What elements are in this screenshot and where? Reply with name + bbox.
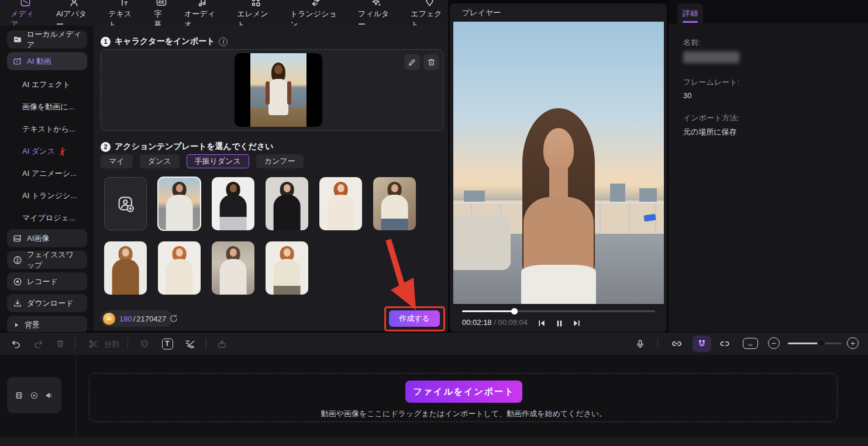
split-scissors-icon[interactable] <box>87 338 99 350</box>
delete-character-button[interactable] <box>423 54 439 70</box>
progress-fill <box>462 310 514 312</box>
timeline-zoom-slider[interactable] <box>788 343 842 344</box>
step1-header: 1 キャラクターをインポート i <box>101 36 228 47</box>
delete-button[interactable] <box>54 338 67 350</box>
category-tab-kungfu[interactable]: カンフー <box>256 154 304 168</box>
sidebar-item-record[interactable]: レコード <box>7 272 87 291</box>
zoom-in-button[interactable]: + <box>847 337 859 349</box>
tab-filter[interactable]: フィルター <box>358 0 395 30</box>
sidebar-item-ai-video[interactable]: AI 動画 <box>7 52 87 70</box>
previous-frame-button[interactable] <box>535 317 548 329</box>
playback-progress-bar[interactable] <box>462 310 655 312</box>
total-time: 00:09:04 <box>498 318 528 327</box>
template-thumbnail-8[interactable] <box>212 241 254 295</box>
zoom-slider-handle[interactable] <box>817 339 825 347</box>
link-clips-button[interactable] <box>670 338 683 350</box>
unlink-clips-button[interactable] <box>718 338 731 350</box>
sidebar-item-download[interactable]: ダウンロード <box>7 294 87 312</box>
pencil-icon <box>408 58 416 67</box>
app-window: メディア AIアバター テキスト 字幕 オーディオ エレメント トランジション <box>0 0 868 446</box>
next-frame-icon <box>572 319 581 328</box>
undo-button[interactable] <box>9 338 22 350</box>
sidebar-item-label: レコード <box>27 276 58 287</box>
sidebar-item-ai-effect[interactable]: AI エフェクト <box>7 74 94 96</box>
template-thumbnail-1[interactable] <box>158 177 201 230</box>
details-body: 名前: フレームレート: 30 インポート方法: 元の場所に保存 <box>669 23 868 332</box>
photo-face <box>274 65 283 74</box>
category-tab-dance[interactable]: ダンス <box>140 154 180 168</box>
active-tab-underline <box>683 21 698 23</box>
smart-cut-button[interactable] <box>184 338 197 350</box>
previous-frame-icon <box>537 319 546 328</box>
image-icon <box>13 234 22 243</box>
sidebar-item-my-projects[interactable]: マイプロジェ... <box>7 207 94 229</box>
ai-credits-counter[interactable]: AI 180/2170427 <box>101 310 173 327</box>
sidebar-item-ai-transition[interactable]: AI トランジシ... <box>7 185 94 207</box>
template-thumbnail-7[interactable] <box>158 241 201 295</box>
template-thumbnail-3[interactable] <box>266 177 308 230</box>
tab-details[interactable]: 詳細 <box>677 4 703 23</box>
import-file-button[interactable]: ファイルをインポート <box>405 381 522 403</box>
tab-element[interactable]: エレメント <box>237 0 274 30</box>
sidebar-item-ai-animation[interactable]: AI アニメーシ... <box>7 163 94 185</box>
export-clip-button[interactable] <box>215 338 228 350</box>
mute-speaker-icon[interactable] <box>45 391 54 400</box>
sidebar-item-background[interactable]: 背景 <box>7 316 87 334</box>
sidebar-item-label: ダウンロード <box>27 298 74 309</box>
tab-ai-avatar[interactable]: AIアバター <box>56 0 92 30</box>
sidebar-item-face-swap[interactable]: フェイススワップ <box>7 251 87 269</box>
sidebar-item-image-to-video[interactable]: 画像を動画に... <box>7 96 94 118</box>
template-thumbnail-9[interactable] <box>266 241 308 295</box>
edit-character-button[interactable] <box>404 54 420 70</box>
bottom-edge-strip <box>0 437 868 446</box>
voiceover-mic-button[interactable] <box>633 338 646 350</box>
split-label: 分割 <box>104 339 119 350</box>
sidebar-item-label: フェイススワップ <box>27 250 81 271</box>
redo-button[interactable] <box>32 338 44 350</box>
template-thumbnail-5[interactable] <box>373 177 416 230</box>
create-button[interactable]: 作成する <box>389 310 440 327</box>
info-icon[interactable]: i <box>219 37 228 46</box>
tab-text[interactable]: テキスト <box>108 0 138 30</box>
tab-transition[interactable]: トランジション <box>290 0 342 30</box>
framerate-value: 30 <box>683 91 868 100</box>
timeline-dropzone[interactable]: ファイルをインポート 動画や画像をここにドラッグまたはインポートして、動画作成を… <box>89 373 838 422</box>
details-panel: 詳細 名前: フレームレート: 30 インポート方法: 元の場所に保存 <box>669 0 868 332</box>
tab-media[interactable]: メディア <box>11 0 40 30</box>
import-method-value: 元の場所に保存 <box>683 127 868 137</box>
sidebar-item-ai-dance[interactable]: AI ダンス <box>7 140 94 163</box>
sidebar-item-local-media[interactable]: ローカルメディア <box>7 30 87 49</box>
template-thumbnail-4[interactable] <box>319 177 362 230</box>
sidebar: ローカルメディア AI 動画 AI エフェクト 画像を動画に... テキストから… <box>0 26 94 331</box>
next-frame-button[interactable] <box>570 317 583 329</box>
character-import-dropzone[interactable] <box>101 49 443 131</box>
record-icon <box>13 277 22 286</box>
badge-shield-icon[interactable] <box>138 338 151 350</box>
template-thumbnail-2[interactable] <box>212 177 254 230</box>
category-tab-hand-dance[interactable]: 手振りダンス <box>187 154 249 168</box>
zoom-out-button[interactable]: − <box>768 337 780 349</box>
progress-handle[interactable] <box>511 308 518 314</box>
tab-subtitle[interactable]: 字幕 <box>154 0 168 30</box>
framerate-label: フレームレート: <box>683 77 868 88</box>
text-tool-icon: T <box>162 338 173 350</box>
pause-button[interactable] <box>553 317 566 329</box>
sidebar-item-text-to-video[interactable]: テキストから... <box>7 118 94 140</box>
film-track-icon[interactable] <box>15 391 23 400</box>
tab-audio[interactable]: オーディオ <box>184 0 221 30</box>
category-tab-my[interactable]: マイ <box>101 154 133 168</box>
fit-width-icon: ↔ <box>747 340 754 348</box>
add-template-tile[interactable] <box>104 177 147 230</box>
trash-x-icon <box>427 58 436 67</box>
outdoor-couch <box>453 215 511 270</box>
refresh-credits-button[interactable] <box>168 313 179 324</box>
tab-effect[interactable]: エフェクト <box>411 0 448 30</box>
photo-arm <box>266 81 270 105</box>
fit-timeline-button[interactable]: ↔ <box>743 338 758 349</box>
sidebar-item-ai-image[interactable]: AI画像 <box>7 229 87 247</box>
template-thumbnail-6[interactable] <box>104 241 147 295</box>
text-tool-button[interactable]: T <box>161 338 174 350</box>
visibility-eye-icon[interactable] <box>30 391 39 400</box>
sidebar-item-label: AI 動画 <box>27 56 51 67</box>
snap-magnet-button[interactable] <box>693 336 711 352</box>
